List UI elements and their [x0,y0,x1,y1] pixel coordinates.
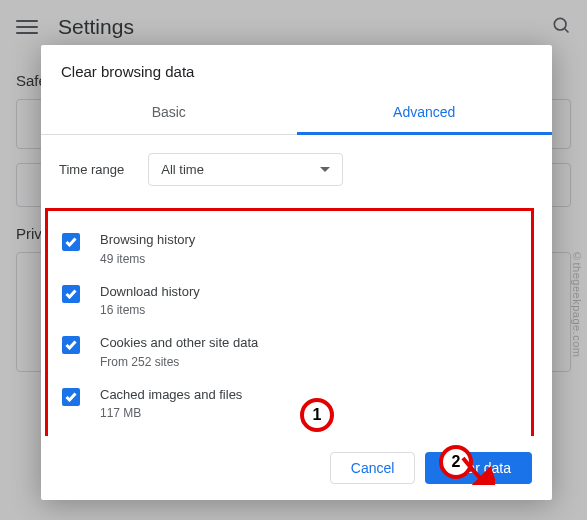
time-range-label: Time range [59,162,124,177]
dialog-title: Clear browsing data [41,45,552,94]
time-range-value: All time [161,162,204,177]
checkbox-cookies[interactable] [62,336,80,354]
watermark: ©thegeekpage.com [571,250,583,357]
item-title: Download history [100,282,525,302]
annotation-arrow-icon [445,425,495,485]
time-range-row: Time range All time [59,153,534,186]
item-subtitle: 16 items [100,301,525,319]
list-item: Browsing history 49 items [62,223,525,275]
time-range-select[interactable]: All time [148,153,343,186]
dialog-body[interactable]: Time range All time Browsing history 49 … [41,135,552,436]
checkbox-cached-images[interactable] [62,388,80,406]
annotation-box-1: Browsing history 49 items Download histo… [45,208,534,436]
tab-basic[interactable]: Basic [41,94,297,134]
checkbox-download-history[interactable] [62,285,80,303]
item-subtitle: From 252 sites [100,353,525,371]
dialog-tabs: Basic Advanced [41,94,552,135]
list-item: Cookies and other site data From 252 sit… [62,326,525,378]
item-title: Browsing history [100,230,525,250]
item-subtitle: 49 items [100,250,525,268]
item-title: Cookies and other site data [100,333,525,353]
checkbox-browsing-history[interactable] [62,233,80,251]
list-item: Download history 16 items [62,275,525,327]
cancel-button[interactable]: Cancel [330,452,416,484]
tab-advanced[interactable]: Advanced [297,94,553,135]
annotation-callout-1: 1 [300,398,334,432]
list-item: Cached images and files 117 MB [62,378,525,430]
chevron-down-icon [320,167,330,172]
